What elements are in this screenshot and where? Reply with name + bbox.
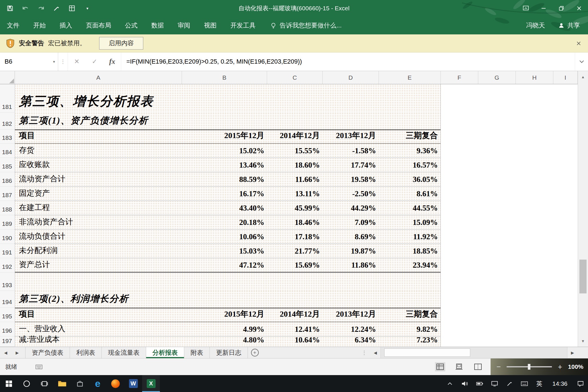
grid-cell[interactable]: 12.24% bbox=[322, 322, 379, 336]
action-center-button[interactable] bbox=[573, 375, 588, 392]
grid-cell[interactable]: 三期复合 bbox=[379, 308, 440, 322]
grid-cell[interactable]: 11.86% bbox=[322, 258, 379, 272]
grid-cell[interactable]: 15.02% bbox=[182, 144, 267, 158]
store-button[interactable] bbox=[71, 375, 89, 392]
row-number[interactable]: 197 bbox=[0, 336, 15, 347]
grid-cell[interactable]: 流动负债合计 bbox=[15, 230, 182, 244]
word-button[interactable]: W bbox=[124, 375, 142, 392]
row-number[interactable]: 196 bbox=[0, 322, 15, 336]
grid-empty-area[interactable] bbox=[441, 84, 578, 113]
touch-mode-button[interactable] bbox=[52, 4, 61, 13]
grid-cell[interactable]: 10.64% bbox=[267, 336, 322, 347]
grid-cell[interactable]: 47.12% bbox=[182, 258, 267, 272]
grid-cell[interactable]: 19.58% bbox=[322, 172, 379, 186]
grid-cell[interactable]: 9.82% bbox=[379, 322, 440, 336]
column-header[interactable]: B bbox=[182, 71, 267, 84]
grid-cell[interactable]: 2015年12月 bbox=[182, 308, 267, 322]
grid-cell[interactable]: -2.50% bbox=[322, 187, 379, 201]
sheet-nav-left-button[interactable]: ◀ bbox=[0, 347, 11, 358]
grid-cell[interactable]: 固定资产 bbox=[15, 187, 182, 201]
grid-cell[interactable]: 23.94% bbox=[379, 258, 440, 272]
grid-cell[interactable]: 应收账款 bbox=[15, 158, 182, 172]
grid-cell[interactable]: 第三项(1)、资产负债增长分析 bbox=[15, 113, 441, 130]
grid-cell[interactable]: 2015年12月 bbox=[182, 130, 267, 143]
grid-cell[interactable]: 44.55% bbox=[379, 201, 440, 215]
grid-cell[interactable]: 15.03% bbox=[182, 244, 267, 258]
touch-keyboard-button[interactable] bbox=[517, 375, 532, 392]
maximize-button[interactable] bbox=[552, 0, 570, 17]
tab-splitter[interactable]: ⋮ bbox=[358, 347, 370, 358]
grid-empty-area[interactable] bbox=[441, 172, 578, 187]
grid-cell[interactable]: 9.36% bbox=[379, 144, 440, 158]
input-language-indicator[interactable]: 英 bbox=[532, 375, 547, 392]
grid-cell[interactable]: 19.87% bbox=[322, 244, 379, 258]
sheet-tab[interactable]: 附表 bbox=[184, 347, 210, 358]
row-number[interactable]: 184 bbox=[0, 144, 15, 158]
grid-cell[interactable]: 三期复合 bbox=[379, 130, 440, 143]
grid-cell[interactable]: 17.74% bbox=[322, 158, 379, 172]
hscroll-track[interactable] bbox=[381, 347, 567, 358]
row-number[interactable]: 189 bbox=[0, 215, 15, 230]
grid-cell[interactable]: 13.11% bbox=[267, 187, 322, 201]
tray-expand-button[interactable] bbox=[442, 375, 457, 392]
grid-cell[interactable]: 18.46% bbox=[267, 215, 322, 229]
redo-button[interactable] bbox=[37, 4, 45, 13]
grid-cell[interactable]: 6.34% bbox=[322, 336, 379, 347]
zoom-out-button[interactable]: − bbox=[495, 362, 502, 371]
grid-cell[interactable]: 8.69% bbox=[322, 230, 379, 244]
volume-button[interactable] bbox=[457, 375, 472, 392]
chevron-down-icon[interactable]: ▾ bbox=[53, 59, 55, 64]
page-layout-view-button[interactable] bbox=[454, 362, 464, 371]
grid-empty-area[interactable] bbox=[441, 273, 578, 291]
sheet-tab[interactable]: 更新日志 bbox=[210, 347, 248, 358]
grid-cell[interactable]: 88.59% bbox=[182, 172, 267, 186]
grid-cell[interactable]: 项目 bbox=[15, 130, 182, 143]
add-sheet-button[interactable]: + bbox=[248, 347, 262, 358]
clock[interactable]: 14:36 bbox=[547, 375, 573, 392]
formula-bar-splitter[interactable]: ⋮ bbox=[58, 52, 68, 71]
grid-empty-area[interactable] bbox=[441, 215, 578, 230]
grid-empty-area[interactable] bbox=[441, 308, 578, 322]
grid-cell[interactable]: 16.17% bbox=[182, 187, 267, 201]
row-number[interactable]: 182 bbox=[0, 113, 15, 130]
edge-button[interactable]: e bbox=[89, 375, 107, 392]
vscroll-track[interactable] bbox=[578, 83, 588, 335]
grid-cell[interactable]: 未分配利润 bbox=[15, 244, 182, 258]
share-button[interactable]: 共享 bbox=[558, 21, 580, 30]
formula-bar-expand-button[interactable] bbox=[575, 52, 588, 71]
grid-cell[interactable]: 2014年12月 bbox=[267, 130, 322, 143]
enter-button[interactable]: ✓ bbox=[86, 52, 103, 71]
ribbon-tab-insert[interactable]: 插入 bbox=[53, 17, 79, 34]
grid-cell[interactable]: 流动资产合计 bbox=[15, 172, 182, 186]
row-number[interactable]: 185 bbox=[0, 158, 15, 172]
grid-cell[interactable]: 18.60% bbox=[267, 158, 322, 172]
grid-cell[interactable]: 43.40% bbox=[182, 201, 267, 215]
sheet-tab[interactable]: 利润表 bbox=[70, 347, 102, 358]
grid-empty-area[interactable] bbox=[441, 322, 578, 336]
ribbon-tab-review[interactable]: 审阅 bbox=[171, 17, 197, 34]
column-header[interactable]: A bbox=[15, 71, 182, 84]
grid-empty-area[interactable] bbox=[441, 244, 578, 258]
pen-settings-button[interactable] bbox=[502, 375, 517, 392]
page-break-view-button[interactable] bbox=[473, 362, 483, 371]
formula-input[interactable]: =IF(MIN(E196,E203,E209)>0.25, 0.25, MIN(… bbox=[121, 52, 575, 71]
grid-cell[interactable]: 15.55% bbox=[267, 144, 322, 158]
ribbon-display-options-button[interactable] bbox=[517, 0, 535, 17]
grid-cell[interactable]: 10.06% bbox=[182, 230, 267, 244]
grid-cell[interactable]: 2013年12月 bbox=[322, 308, 379, 322]
grid-cell[interactable] bbox=[15, 273, 441, 291]
minimize-button[interactable] bbox=[535, 0, 552, 17]
cancel-button[interactable]: ✕ bbox=[68, 52, 86, 71]
grid-cell[interactable]: 2013年12月 bbox=[322, 130, 379, 143]
column-header[interactable]: H bbox=[516, 71, 553, 84]
grid-cell[interactable]: 8.61% bbox=[379, 187, 440, 201]
grid-cell[interactable]: 在建工程 bbox=[15, 201, 182, 215]
hscroll-thumb[interactable] bbox=[384, 348, 470, 357]
grid-cell[interactable]: 11.92% bbox=[379, 230, 440, 244]
select-all-button[interactable] bbox=[0, 71, 15, 84]
column-header[interactable]: D bbox=[323, 71, 379, 84]
grid-cell[interactable]: 4.80% bbox=[182, 336, 267, 347]
grid-empty-area[interactable] bbox=[441, 144, 578, 158]
column-header[interactable]: F bbox=[441, 71, 478, 84]
ribbon-tab-data[interactable]: 数据 bbox=[144, 17, 171, 34]
